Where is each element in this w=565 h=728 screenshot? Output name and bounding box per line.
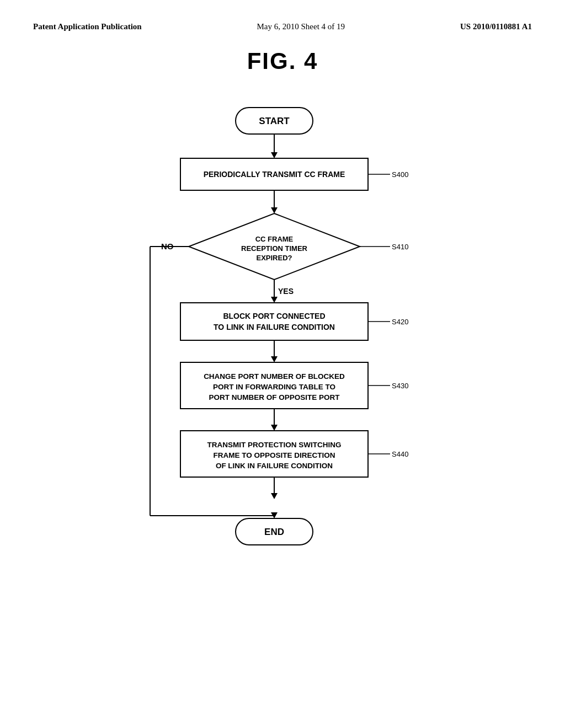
- s440-step: S440: [392, 450, 408, 458]
- header: Patent Application Publication May 6, 20…: [33, 22, 532, 31]
- flowchart-svg: START PERIODICALLY TRANSMIT CC FRAME S40…: [95, 102, 470, 665]
- figure-title: FIG. 4: [33, 48, 532, 74]
- svg-marker-18: [271, 425, 278, 431]
- s440-text1: TRANSMIT PROTECTION SWITCHING: [207, 441, 342, 449]
- svg-marker-14: [271, 356, 278, 362]
- svg-marker-6: [271, 207, 278, 213]
- page: Patent Application Publication May 6, 20…: [0, 0, 565, 728]
- yes-label: YES: [278, 287, 294, 296]
- header-publication-label: Patent Application Publication: [33, 22, 142, 31]
- s410-diamond-text1: CC FRAME: [255, 235, 294, 243]
- s430-step: S430: [392, 382, 408, 390]
- header-date-sheet: May 6, 2010 Sheet 4 of 19: [257, 22, 345, 31]
- end-label: END: [264, 527, 284, 537]
- svg-marker-22: [271, 493, 278, 499]
- svg-marker-10: [271, 297, 278, 303]
- start-label: START: [259, 116, 290, 126]
- s430-text3: PORT NUMBER OF OPPOSITE PORT: [209, 393, 340, 402]
- header-patent-number: US 2010/0110881 A1: [460, 22, 532, 31]
- s430-text1: CHANGE PORT NUMBER OF BLOCKED: [204, 372, 345, 381]
- s420-step: S420: [392, 318, 408, 326]
- s400-step: S400: [392, 170, 408, 179]
- s420-text2: TO LINK IN FAILURE CONDITION: [214, 323, 335, 331]
- s410-diamond-text3: EXPIRED?: [256, 254, 292, 262]
- s440-text2: FRAME TO OPPOSITE DIRECTION: [213, 451, 335, 459]
- s410-step: S410: [392, 243, 408, 251]
- svg-rect-11: [180, 303, 368, 340]
- svg-marker-2: [271, 152, 278, 158]
- s400-label: PERIODICALLY TRANSMIT CC FRAME: [204, 170, 345, 179]
- s410-diamond-text2: RECEPTION TIMER: [241, 244, 308, 253]
- s440-text3: OF LINK IN FAILURE CONDITION: [216, 462, 333, 470]
- s430-text2: PORT IN FORWARDING TABLE TO: [213, 383, 335, 391]
- s420-text1: BLOCK PORT CONNECTED: [223, 312, 325, 320]
